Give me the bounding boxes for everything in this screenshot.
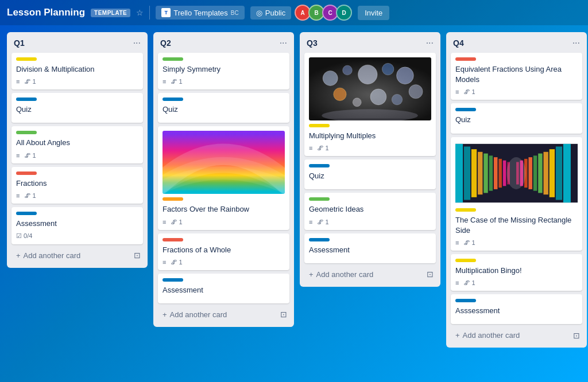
card[interactable]: Quiz [304, 159, 436, 189]
card-label [455, 108, 476, 111]
card-meta: ≡🖇 1 [309, 145, 431, 151]
lines-icon: ≡ [309, 145, 312, 151]
card-label [163, 197, 183, 201]
divider [149, 6, 150, 20]
svg-rect-28 [533, 155, 537, 190]
paperclip-icon: 🖇 [317, 219, 323, 225]
card-title: Factors Over the Rainbow [163, 204, 285, 215]
card[interactable]: Quiz [158, 93, 289, 123]
plus-icon: + [163, 310, 167, 319]
archive-icon[interactable]: ⊡ [278, 307, 289, 321]
svg-rect-17 [478, 151, 482, 194]
column-menu-button[interactable]: ··· [280, 38, 287, 48]
card[interactable]: Multiplying Multiples≡🖇 1 [304, 53, 436, 156]
app-header: Lesson Planning TEMPLATE ☆ T Trello Temp… [0, 0, 588, 25]
workspace-button[interactable]: T Trello Templates BC [156, 6, 245, 20]
card[interactable]: Quiz [11, 93, 143, 123]
svg-point-10 [392, 94, 403, 105]
rainbow-svg [163, 131, 285, 194]
svg-rect-31 [550, 149, 555, 197]
card-title: Quiz [163, 104, 285, 115]
card-lines-icon: ≡ [163, 219, 166, 225]
svg-rect-22 [503, 160, 506, 186]
card-attachment: 🖇 1 [317, 145, 328, 151]
svg-point-3 [343, 65, 353, 75]
lines-icon: ≡ [163, 219, 166, 225]
column-menu-button[interactable]: ··· [426, 38, 434, 48]
card-label [455, 259, 476, 262]
card[interactable]: Fractions of a Whole≡🖇 1 [158, 233, 289, 270]
card[interactable]: Quiz [451, 103, 582, 133]
card-label [455, 299, 476, 302]
card[interactable]: Fractions≡🖇 1 [11, 167, 143, 204]
card-title: All About Angles [16, 138, 138, 148]
avatar[interactable]: D [336, 5, 352, 21]
column-title: Q4 [453, 38, 464, 48]
lines-icon: ≡ [455, 239, 459, 246]
lines-icon: ≡ [455, 88, 459, 95]
card[interactable]: Assessment☑ 0/4 [11, 207, 143, 244]
add-card-button[interactable]: + Add another card [11, 248, 131, 263]
svg-point-4 [358, 65, 377, 84]
column-menu-button[interactable]: ··· [133, 38, 141, 48]
svg-rect-32 [556, 146, 562, 200]
paperclip-icon: 🖇 [24, 152, 30, 159]
card-meta: ≡🖇 1 [16, 192, 138, 199]
svg-point-11 [409, 85, 423, 99]
add-card-label: Add another card [170, 310, 227, 319]
card[interactable]: Assessment [158, 274, 289, 303]
archive-icon[interactable]: ⊡ [131, 248, 143, 262]
card-title: Assessment [309, 245, 431, 255]
card-label [455, 208, 476, 212]
card-title: Multiplying Multiples [309, 131, 431, 141]
card-title: Division & Multiplication [16, 64, 138, 75]
svg-rect-18 [483, 153, 488, 193]
bubbles-svg [309, 57, 431, 120]
svg-rect-29 [538, 153, 542, 193]
svg-rect-20 [494, 157, 498, 189]
card-label [309, 197, 330, 201]
add-card-button[interactable]: + Add another card [304, 267, 424, 282]
card[interactable]: The Case of the Missing Rectangle Side≡🖇… [451, 137, 582, 251]
card[interactable]: Assessment [304, 233, 436, 263]
corridor-svg [455, 142, 578, 205]
visibility-button[interactable]: ◎ Public [250, 6, 291, 20]
card-meta: ≡🖇 1 [163, 219, 285, 225]
card[interactable]: Asssessment [451, 294, 582, 324]
template-badge: TEMPLATE [91, 9, 130, 17]
card-title: Geometric Ideas [309, 204, 431, 215]
card[interactable]: Factors Over the Rainbow≡🖇 1 [158, 126, 289, 229]
column-header: Q3 ··· [304, 37, 436, 49]
lines-icon: ≡ [16, 78, 20, 85]
lines-icon: ≡ [309, 219, 312, 225]
card[interactable]: Geometric Ideas≡🖇 1 [304, 193, 436, 229]
card[interactable]: All About Angles≡🖇 1 [11, 126, 143, 163]
card-title: The Case of the Missing Rectangle Side [455, 215, 578, 236]
svg-rect-16 [471, 149, 477, 197]
svg-rect-14 [455, 143, 463, 202]
card-image-corridor [455, 142, 578, 205]
card-meta: ≡🖇 1 [163, 78, 285, 85]
card-attachment: 🖇 1 [171, 78, 182, 85]
svg-point-2 [323, 71, 338, 85]
svg-rect-27 [528, 157, 532, 189]
avatar-group: A B C D [297, 5, 352, 21]
svg-point-6 [397, 67, 414, 84]
card[interactable]: Equivalent Fractions Using Area Models≡🖇… [451, 53, 582, 100]
card-label [16, 57, 37, 61]
archive-icon[interactable]: ⊡ [424, 267, 436, 281]
card[interactable]: Simply Symmetry≡🖇 1 [158, 53, 289, 89]
card-title: Quiz [455, 115, 578, 125]
add-card-button[interactable]: + Add another card [451, 328, 571, 343]
archive-icon[interactable]: ⊡ [571, 329, 582, 342]
invite-button[interactable]: Invite [358, 6, 389, 20]
card-meta: ≡🖇 1 [163, 259, 285, 266]
card[interactable]: Multiplication Bingo!≡🖇 1 [451, 254, 582, 291]
card-lines-icon: ≡ [16, 78, 20, 85]
star-icon[interactable]: ☆ [136, 8, 144, 17]
column-menu-button[interactable]: ··· [572, 38, 580, 48]
add-card-button[interactable]: + Add another card [158, 307, 278, 322]
card-attachment: 🖇 1 [24, 78, 36, 85]
card-attachment: 🖇 1 [463, 239, 475, 246]
card[interactable]: Division & Multiplication≡🖇 1 [11, 53, 143, 89]
